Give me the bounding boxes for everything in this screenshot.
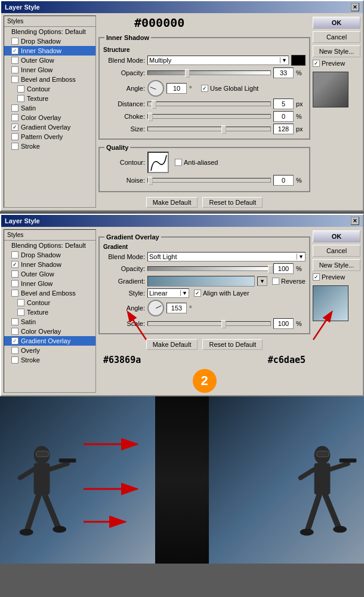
sidebar1-stroke[interactable]: Stroke xyxy=(4,141,95,151)
pattern-overlay-checkbox[interactable] xyxy=(11,133,18,140)
sidebar1-drop-shadow[interactable]: Drop Shadow xyxy=(4,36,95,46)
angle-dial[interactable] xyxy=(147,80,164,97)
sidebar2-blending[interactable]: Blending Options: Default xyxy=(4,241,95,250)
contour-swatch[interactable] xyxy=(147,152,169,173)
scale-slider[interactable] xyxy=(147,321,271,326)
dialog2-close-button[interactable]: ✕ xyxy=(351,217,359,225)
sidebar1-inner-shadow[interactable]: Inner Shadow xyxy=(4,46,95,56)
sidebar2-inner-glow[interactable]: Inner Glow xyxy=(4,279,95,288)
global-light-label: Use Global Light xyxy=(210,85,258,92)
sidebar1-inner-glow[interactable]: Inner Glow xyxy=(4,65,95,75)
sidebar2-gradient-overlay[interactable]: Gradient Overlay xyxy=(4,336,95,346)
outer-glow-checkbox[interactable] xyxy=(11,57,18,64)
stroke-checkbox[interactable] xyxy=(11,143,18,150)
reverse-checkbox[interactable] xyxy=(272,278,279,285)
sidebar1-pattern-overlay[interactable]: Pattern Overly xyxy=(4,132,95,141)
s2-color-overlay-checkbox[interactable] xyxy=(11,328,18,335)
blend-mode-select[interactable]: Multiply ▼ xyxy=(147,56,289,65)
contour-checkbox[interactable] xyxy=(17,85,24,93)
bevel-emboss-checkbox[interactable] xyxy=(11,76,18,83)
s2-stroke-checkbox[interactable] xyxy=(11,356,18,364)
inner-glow-checkbox[interactable] xyxy=(11,66,18,73)
cancel-button-1[interactable]: Cancel xyxy=(313,31,360,43)
noise-unit: % xyxy=(296,177,306,184)
sidebar2-stroke[interactable]: Stroke xyxy=(4,355,95,365)
cancel-button-2[interactable]: Cancel xyxy=(313,245,360,257)
preview-check-2[interactable] xyxy=(313,273,320,281)
s2-satin-checkbox[interactable] xyxy=(11,318,18,325)
sidebar2-drop-shadow[interactable]: Drop Shadow xyxy=(4,250,95,260)
new-style-button-2[interactable]: New Style... xyxy=(313,259,360,271)
sidebar1-bevel-emboss[interactable]: Bevel and Emboss xyxy=(4,75,95,84)
sidebar1-gradient-overlay[interactable]: Gradient Overlay xyxy=(4,122,95,132)
gradient-bar[interactable] xyxy=(147,276,255,287)
global-light-checkbox[interactable] xyxy=(201,85,208,92)
sidebar2-outer-glow[interactable]: Outer Glow xyxy=(4,269,95,279)
s2-inner-shadow-checkbox[interactable] xyxy=(11,261,18,268)
new-style-button-1[interactable]: New Style... xyxy=(313,45,360,57)
scale-input[interactable] xyxy=(273,318,294,329)
gradient-label: Gradient: xyxy=(103,278,145,285)
s2-pattern-overlay-checkbox[interactable] xyxy=(11,347,18,354)
opacity-slider[interactable] xyxy=(147,70,271,75)
ok-button-2[interactable]: OK xyxy=(313,230,360,242)
sidebar2-bevel-emboss[interactable]: Bevel and Emboss xyxy=(4,288,95,298)
anti-aliased-checkbox[interactable] xyxy=(175,159,182,166)
opacity-slider-2[interactable] xyxy=(147,266,271,271)
inner-shadow-checkbox[interactable] xyxy=(11,47,18,54)
noise-slider[interactable] xyxy=(147,178,271,183)
drop-shadow-checkbox[interactable] xyxy=(11,38,18,45)
size-input[interactable] xyxy=(273,124,294,134)
texture-checkbox[interactable] xyxy=(17,95,24,102)
blend-color-swatch[interactable] xyxy=(291,55,306,66)
dialog2-titlebar: Layer Style ✕ xyxy=(1,215,363,227)
s2-outer-glow-checkbox[interactable] xyxy=(11,270,18,278)
sidebar2-inner-shadow[interactable]: Inner Shadow xyxy=(4,260,95,269)
sidebar2-satin[interactable]: Satin xyxy=(4,317,95,327)
style-select[interactable]: Linear ▼ xyxy=(147,288,189,298)
sidebar2-color-overlay[interactable]: Color Overlay xyxy=(4,327,95,336)
sidebar1-satin[interactable]: Satin xyxy=(4,103,95,113)
sidebar1-outer-glow[interactable]: Outer Glow xyxy=(4,56,95,65)
dialog1-close-button[interactable]: ✕ xyxy=(351,3,359,11)
opacity-input-2[interactable] xyxy=(273,263,294,274)
s2-bevel-emboss-checkbox[interactable] xyxy=(11,290,18,297)
angle-input[interactable] xyxy=(166,83,187,94)
color-overlay-checkbox[interactable] xyxy=(11,114,18,121)
blend-mode-select-2[interactable]: Soft Light ▼ xyxy=(147,252,306,261)
sidebar1-blending[interactable]: Blending Options: Default xyxy=(4,27,95,36)
satin-checkbox[interactable] xyxy=(11,104,18,112)
preview-check-1[interactable] xyxy=(313,60,320,67)
make-default-button-2[interactable]: Make Default xyxy=(146,339,198,350)
opacity-input[interactable] xyxy=(273,67,294,78)
s2-inner-glow-checkbox[interactable] xyxy=(11,280,18,287)
distance-slider[interactable] xyxy=(147,101,271,106)
sidebar1-contour[interactable]: Contour xyxy=(4,84,95,94)
noise-input[interactable] xyxy=(273,175,294,186)
size-slider[interactable] xyxy=(147,127,271,131)
opacity-unit-2: % xyxy=(296,265,306,272)
sidebar2-contour[interactable]: Contour xyxy=(4,298,95,307)
s2-texture-checkbox[interactable] xyxy=(17,309,24,316)
angle-input-2[interactable] xyxy=(166,303,187,313)
distance-input[interactable] xyxy=(273,99,294,109)
sidebar1-texture[interactable]: Texture xyxy=(4,94,95,103)
align-layer-checkbox[interactable] xyxy=(194,290,201,297)
ok-button-1[interactable]: OK xyxy=(313,17,360,29)
make-default-button-1[interactable]: Make Default xyxy=(146,197,198,208)
choke-slider[interactable] xyxy=(147,114,271,119)
s2-drop-shadow-checkbox[interactable] xyxy=(11,251,18,259)
gradient-dropdown-arrow[interactable]: ▼ xyxy=(257,276,267,286)
sidebar2-texture[interactable]: Texture xyxy=(4,307,95,317)
sidebar2-title: Styles xyxy=(4,230,95,241)
angle-dial-2[interactable] xyxy=(147,300,164,316)
choke-input[interactable] xyxy=(273,111,294,122)
s2-contour-checkbox[interactable] xyxy=(17,299,24,306)
sidebar2-pattern-overlay[interactable]: Overly xyxy=(4,346,95,355)
reset-default-button-2[interactable]: Reset to Default xyxy=(202,339,263,350)
gradient-overlay-checkbox[interactable] xyxy=(11,124,18,131)
sidebar1-color-overlay[interactable]: Color Overlay xyxy=(4,113,95,122)
reset-default-button-1[interactable]: Reset to Default xyxy=(202,197,263,208)
s2-gradient-overlay-checkbox[interactable] xyxy=(11,337,18,344)
choke-unit: % xyxy=(296,113,306,120)
